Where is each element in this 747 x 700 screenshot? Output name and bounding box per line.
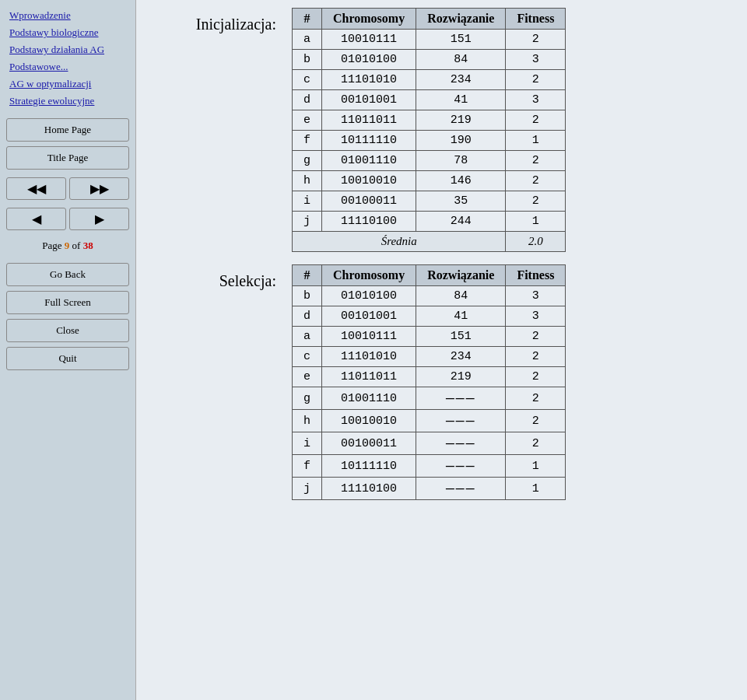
fast-back-button[interactable]: ◀◀ [6, 177, 66, 200]
nav-item-wprowadzenie[interactable]: Wprowadzenie [6, 8, 129, 23]
cell-rozwiazanie: 219 [416, 110, 506, 131]
cell-fitness: 2 [506, 30, 566, 50]
go-back-button[interactable]: Go Back [6, 263, 129, 286]
cell-id: g [293, 387, 322, 410]
cell-rozwiazanie: ——— [416, 455, 506, 478]
cell-id: a [293, 327, 322, 347]
cell-rozwiazanie: 190 [416, 131, 506, 151]
table-row: i 00100011 35 2 [293, 191, 566, 212]
cell-chromosomy: 11011011 [322, 110, 416, 131]
cell-chromosomy: 10111110 [322, 455, 416, 478]
cell-id: f [293, 131, 322, 151]
cell-fitness: 3 [506, 286, 566, 306]
table-row: f 10111110 ——— 1 [293, 455, 566, 478]
col-hash-s: # [293, 265, 322, 286]
cell-chromosomy: 10010010 [322, 171, 416, 191]
col-hash: # [293, 9, 322, 30]
cell-chromosomy: 10111110 [322, 131, 416, 151]
cell-chromosomy: 10010010 [322, 410, 416, 432]
cell-fitness: 1 [506, 131, 566, 151]
page-current: 9 [65, 240, 70, 251]
nav-item-strategie[interactable]: Strategie ewolucyjne [6, 93, 129, 109]
cell-id: j [293, 212, 322, 232]
cell-id: c [293, 347, 322, 367]
cell-id: e [293, 110, 322, 131]
fast-fwd-button[interactable]: ▶▶ [69, 177, 129, 200]
col-chromosomy-s: Chromosomy [322, 265, 416, 286]
fwd-button[interactable]: ▶ [69, 208, 129, 230]
cell-fitness: 2 [506, 347, 566, 367]
cell-fitness: 3 [506, 90, 566, 110]
table-row: c 11101010 234 2 [293, 70, 566, 90]
cell-chromosomy: 11110100 [322, 478, 416, 500]
fast-nav-row: ◀◀ ▶▶ [6, 176, 129, 200]
table-row: b 01010100 84 3 [293, 50, 566, 70]
cell-id: h [293, 171, 322, 191]
cell-chromosomy: 01010100 [322, 286, 416, 306]
cell-id: a [293, 30, 322, 50]
cell-id: b [293, 286, 322, 306]
cell-rozwiazanie: ——— [416, 387, 506, 410]
cell-id: i [293, 432, 322, 455]
srednia-value: 2.0 [506, 232, 566, 252]
table-row: e 11011011 219 2 [293, 110, 566, 131]
cell-fitness: 2 [506, 110, 566, 131]
cell-chromosomy: 10010111 [322, 30, 416, 50]
quit-button[interactable]: Quit [6, 347, 129, 370]
cell-chromosomy: 11101010 [322, 347, 416, 367]
cell-rozwiazanie: 151 [416, 30, 506, 50]
cell-chromosomy: 00101001 [322, 90, 416, 110]
srednia-label: Średnia [293, 232, 506, 252]
cell-rozwiazanie: ——— [416, 478, 506, 500]
cell-fitness: 2 [506, 171, 566, 191]
nav-item-podstawowe[interactable]: Podstawowe... [6, 59, 129, 75]
cell-chromosomy: 01001110 [322, 387, 416, 410]
selekcja-table: # Chromosomy Rozwiązanie Fitness b 01010… [292, 264, 566, 500]
table-row: h 10010010 146 2 [293, 171, 566, 191]
table-row: d 00101001 41 3 [293, 90, 566, 110]
cell-fitness: 1 [506, 478, 566, 500]
cell-rozwiazanie: 41 [416, 306, 506, 327]
cell-fitness: 2 [506, 410, 566, 432]
col-fitness-s: Fitness [506, 265, 566, 286]
selekcja-section: Selekcja: # Chromosomy Rozwiązanie Fitne… [152, 264, 731, 500]
cell-chromosomy: 10010111 [322, 327, 416, 347]
cell-rozwiazanie: 219 [416, 367, 506, 387]
nav-row: ◀ ▶ [6, 206, 129, 230]
table-row: f 10111110 190 1 [293, 131, 566, 151]
title-page-button[interactable]: Title Page [6, 146, 129, 170]
cell-chromosomy: 11110100 [322, 212, 416, 232]
cell-rozwiazanie: 234 [416, 347, 506, 367]
home-page-button[interactable]: Home Page [6, 118, 129, 142]
nav-item-ag-opt[interactable]: AG w optymalizacji [6, 76, 129, 92]
sidebar: Wprowadzenie Podstawy biologiczne Podsta… [0, 0, 136, 700]
table-row: a 10010111 151 2 [293, 30, 566, 50]
cell-rozwiazanie: 84 [416, 50, 506, 70]
table-row: c 11101010 234 2 [293, 347, 566, 367]
back-button[interactable]: ◀ [6, 208, 66, 230]
cell-fitness: 2 [506, 327, 566, 347]
nav-item-podstawy-bio[interactable]: Podstawy biologiczne [6, 25, 129, 40]
fullscreen-button[interactable]: Full Screen [6, 291, 129, 314]
page-info: Page 9 of 38 [6, 240, 129, 252]
table-row: j 11110100 ——— 1 [293, 478, 566, 500]
cell-fitness: 3 [506, 50, 566, 70]
page-of: of [72, 240, 81, 251]
table-row: h 10010010 ——— 2 [293, 410, 566, 432]
cell-id: e [293, 367, 322, 387]
cell-chromosomy: 11101010 [322, 70, 416, 90]
cell-fitness: 1 [506, 455, 566, 478]
nav-item-podstawy-ag[interactable]: Podstawy działania AG [6, 42, 129, 58]
cell-rozwiazanie: 78 [416, 151, 506, 171]
table-row: d 00101001 41 3 [293, 306, 566, 327]
cell-fitness: 2 [506, 367, 566, 387]
table-row: a 10010111 151 2 [293, 327, 566, 347]
cell-rozwiazanie: ——— [416, 432, 506, 455]
col-rozwiazanie-s: Rozwiązanie [416, 265, 506, 286]
cell-rozwiazanie: 84 [416, 286, 506, 306]
cell-chromosomy: 01001110 [322, 151, 416, 171]
close-button[interactable]: Close [6, 319, 129, 342]
cell-rozwiazanie: ——— [416, 410, 506, 432]
cell-rozwiazanie: 244 [416, 212, 506, 232]
cell-fitness: 3 [506, 306, 566, 327]
